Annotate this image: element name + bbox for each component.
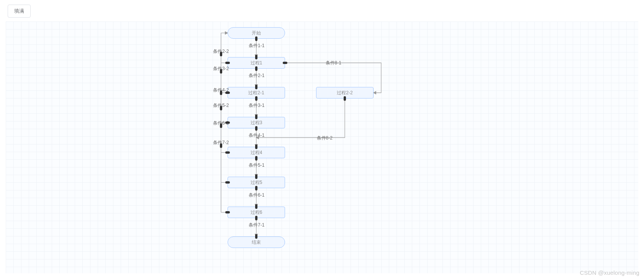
edge-label: 条件8-2 [316,135,333,141]
port[interactable] [255,36,257,41]
port[interactable] [220,106,222,110]
edges-layer [6,21,638,273]
watermark: CSDN @xuelong-ming [580,269,639,276]
port[interactable] [255,55,257,59]
port[interactable] [225,211,230,213]
edge-label: 条件5-1 [248,162,265,169]
edge-label: 条件7-1 [248,222,265,228]
node-label: 过程2-2 [337,90,352,96]
node-label: 过程2-1 [248,90,264,96]
port[interactable] [283,62,287,64]
port[interactable] [220,123,222,128]
port[interactable] [255,174,257,179]
port[interactable] [225,92,230,94]
edge-label: 条件4-1 [248,132,265,139]
fill-button[interactable]: 填满 [8,5,31,18]
port[interactable] [220,69,222,74]
port[interactable] [225,121,230,124]
node-label: 过程1 [251,60,262,66]
node-label: 过程6 [251,209,262,216]
node-label: 过程3 [251,120,262,126]
port[interactable] [220,52,222,56]
node-label: 开始 [252,30,261,36]
port[interactable] [220,143,222,148]
node-label: 过程4 [251,149,262,156]
edge-label: 条件8-1 [325,60,342,66]
edge-label: 条件1-1 [248,43,265,49]
port[interactable] [255,204,257,209]
port[interactable] [255,96,257,101]
port[interactable] [225,62,230,64]
edge-label: 条件2-1 [248,72,265,79]
port[interactable] [255,85,257,89]
port[interactable] [255,216,257,220]
port[interactable] [344,96,346,101]
port[interactable] [225,181,230,184]
port[interactable] [255,66,257,71]
edge-label: 条件6-1 [248,192,265,199]
port[interactable] [220,90,222,95]
toolbar: 填满 [0,0,644,22]
node-label: 过程5 [251,179,262,186]
port[interactable] [255,144,257,149]
port[interactable] [255,126,257,131]
port[interactable] [255,156,257,161]
port[interactable] [255,186,257,190]
node-label: 结束 [252,239,261,246]
port[interactable] [255,234,257,239]
edge-label: 条件3-1 [248,102,265,109]
flow-canvas[interactable]: 开始过程1过程2-1过程3过程4过程5过程6结束过程2-2 条件1-1条件2-1… [6,21,638,273]
port[interactable] [255,115,257,119]
port[interactable] [225,151,230,154]
